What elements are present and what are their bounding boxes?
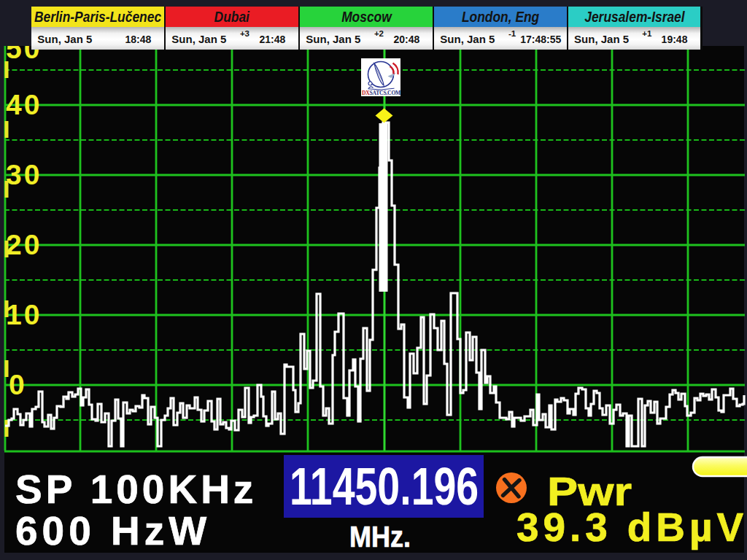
svg-text:DXSATCS.COM: DXSATCS.COM <box>362 90 400 96</box>
